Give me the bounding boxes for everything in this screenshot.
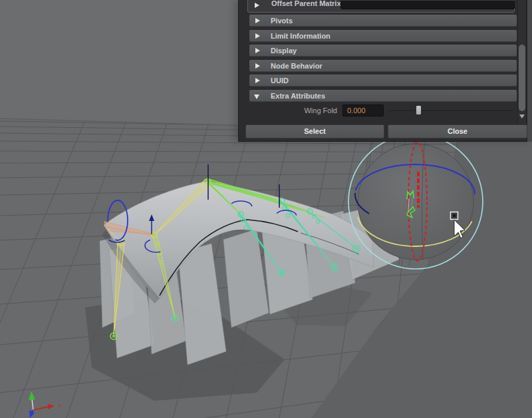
manip-sphere [358,144,473,260]
wing-fold-label: Wing Fold [252,106,337,114]
wing-fold-slider-handle[interactable] [416,105,422,115]
scrollbar-thumb[interactable] [519,45,525,111]
attribute-editor-panel: Offset Parent Matrix Pivots Limit Inform… [238,0,532,142]
axis-x-label: x [59,402,62,409]
scrollbar-down-arrow-icon[interactable] [519,114,525,118]
collapsed-arrow-icon [255,78,260,83]
section-label: Extra Attributes [271,92,325,100]
expanded-arrow-icon [254,95,259,99]
collapsed-arrow-icon [255,18,260,23]
section-header-limit-information[interactable]: Limit Information [249,30,517,42]
collapsed-arrow-icon [255,48,260,53]
panel-right-edge [526,0,532,142]
collapsed-arrow-icon [255,3,259,8]
scrollbar[interactable] [517,0,526,124]
section-label: Limit Information [271,32,331,40]
section-label: Display [271,47,297,55]
maya-viewport-window: x Offset Parent Matrix Pivots Limit Info… [0,0,532,418]
offset-parent-matrix-field [340,1,515,9]
close-button[interactable]: Close [388,124,527,138]
section-header-node-behavior[interactable]: Node Behavior [249,60,517,72]
section-label: UUID [271,77,289,85]
section-header-extra-attributes[interactable]: Extra Attributes [249,90,517,102]
section-header-offset-parent-matrix[interactable]: Offset Parent Matrix [247,0,515,13]
section-label: Pivots [271,17,293,25]
section-header-uuid[interactable]: UUID [249,75,517,87]
collapsed-arrow-icon [255,63,260,69]
section-header-pivots[interactable]: Pivots [249,15,517,27]
select-button[interactable]: Select [245,124,384,138]
wing-fold-slider-track[interactable] [388,110,512,112]
section-label: Node Behavior [271,62,323,70]
section-label: Offset Parent Matrix [271,0,341,7]
wing-fold-value-field[interactable]: 0.000 [342,104,384,116]
section-header-display[interactable]: Display [249,45,517,57]
collapsed-arrow-icon [255,33,260,39]
